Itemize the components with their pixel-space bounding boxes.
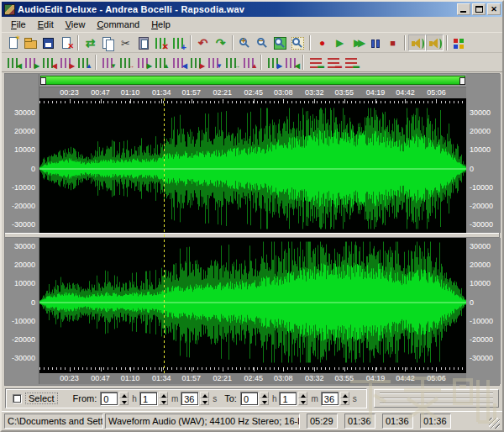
tick: [329, 101, 330, 103]
batch-settings-button[interactable]: [450, 34, 468, 51]
cue-list-button[interactable]: ▬: [324, 54, 342, 71]
tick: [296, 101, 297, 103]
spin-up-icon[interactable]: [298, 392, 307, 398]
menu-view[interactable]: View: [60, 18, 92, 31]
insert-silence-button[interactable]: ▶: [265, 54, 282, 71]
trim-silence-button[interactable]: ◀: [282, 54, 300, 71]
tick: [65, 101, 66, 103]
spin-up-icon[interactable]: [260, 392, 269, 398]
to-minutes-stepper[interactable]: 1: [279, 392, 307, 406]
normalize-button[interactable]: ▲: [75, 54, 92, 71]
stop-button[interactable]: ■: [384, 34, 402, 51]
to-seconds-stepper[interactable]: 36: [321, 392, 349, 406]
reverse-button[interactable]: ↔: [117, 54, 134, 71]
fade-out-button[interactable]: ▶: [57, 54, 75, 71]
pause-button[interactable]: [366, 34, 384, 51]
redo-button[interactable]: ↷: [212, 34, 229, 51]
zoom-all-button[interactable]: [289, 34, 307, 51]
from-seconds-value[interactable]: 36: [181, 392, 199, 406]
spin-up-icon[interactable]: [119, 392, 129, 398]
save-file-button[interactable]: [39, 34, 57, 51]
stretch-button[interactable]: ↔: [223, 54, 240, 71]
tick: [449, 367, 450, 370]
tick: [167, 101, 168, 103]
from-minutes-value[interactable]: 1: [139, 392, 158, 406]
waveform-left-channel[interactable]: [39, 104, 466, 233]
cut-button[interactable]: ✂: [117, 34, 134, 51]
selection-handle-right[interactable]: [459, 77, 465, 85]
spin-down-icon[interactable]: [340, 398, 349, 405]
selection-overview-track[interactable]: [39, 74, 466, 87]
selection-handle-left[interactable]: [40, 77, 46, 85]
undo-button[interactable]: ↶: [194, 34, 212, 51]
close-button[interactable]: ✕: [487, 3, 501, 15]
echo-button[interactable]: ▶: [134, 54, 152, 71]
selection-overview-bar[interactable]: [40, 76, 465, 85]
trim-button[interactable]: +: [170, 34, 187, 51]
play-selection-button[interactable]: ▶▶: [349, 34, 366, 51]
flange-button[interactable]: ▶: [187, 54, 205, 71]
invert-button[interactable]: ▼: [99, 54, 117, 71]
compress-button[interactable]: ▶: [22, 54, 39, 71]
close-file-button[interactable]: ✕: [57, 34, 75, 51]
zoom-in-button[interactable]: +: [236, 34, 254, 51]
spin-up-icon[interactable]: [159, 392, 168, 398]
zoom-selection-button[interactable]: [271, 34, 289, 51]
to-seconds-value[interactable]: 36: [321, 392, 339, 406]
maximize-button[interactable]: [472, 3, 486, 15]
title-bar[interactable]: AudioEdit Deluxe - Andrea Bocelli - Raps…: [2, 2, 502, 17]
playback-cursor[interactable]: [164, 98, 165, 373]
spin-down-icon[interactable]: [119, 398, 129, 405]
cue-start-button[interactable]: ▬: [307, 54, 324, 71]
equalizer-button[interactable]: ▲: [152, 54, 170, 71]
from-minutes-stepper[interactable]: 1: [139, 392, 168, 406]
play-button[interactable]: ▶: [331, 34, 349, 51]
select-label[interactable]: Select: [25, 392, 58, 404]
tick: [368, 367, 369, 370]
select-checkbox[interactable]: [13, 394, 22, 403]
minimize-button[interactable]: [457, 3, 470, 15]
to-hours-value[interactable]: 0: [240, 392, 259, 406]
to-minutes-value[interactable]: 1: [279, 392, 297, 406]
to-hours-stepper[interactable]: 0: [240, 392, 269, 406]
pitch-shift-button[interactable]: ▲: [240, 54, 258, 71]
left-channel-button[interactable]: [408, 34, 426, 51]
menu-command[interactable]: Command: [91, 18, 145, 31]
paste-button[interactable]: [134, 34, 152, 51]
revert-button[interactable]: ⇄: [81, 34, 99, 51]
waveform-right-channel[interactable]: [39, 238, 466, 366]
spin-down-icon[interactable]: [260, 398, 269, 405]
spin-up-icon[interactable]: [200, 392, 209, 398]
major-tick: [344, 99, 345, 103]
amplify-button[interactable]: ◀: [4, 54, 22, 71]
resize-grip[interactable]: [489, 418, 500, 429]
menu-help[interactable]: Help: [145, 18, 176, 31]
from-label: From:: [73, 393, 97, 403]
filter-button[interactable]: ◀: [170, 54, 187, 71]
vibrato-button[interactable]: ▼: [205, 54, 223, 71]
amplitude-axis-right-ch2: 3000020000100000-10000-20000-30000: [466, 238, 501, 366]
open-file-button[interactable]: [22, 34, 39, 51]
spin-down-icon[interactable]: [298, 398, 307, 405]
fade-in-button[interactable]: ◀: [39, 54, 57, 71]
new-file-button[interactable]: ✶: [4, 34, 22, 51]
tick: [347, 367, 348, 370]
from-seconds-stepper[interactable]: 36: [181, 392, 209, 406]
copy-button[interactable]: [99, 34, 117, 51]
time-label: 02:45: [244, 374, 264, 382]
time-label: 02:21: [213, 88, 232, 97]
menu-edit[interactable]: Edit: [32, 18, 60, 31]
right-channel-button[interactable]: [426, 34, 444, 51]
spin-down-icon[interactable]: [200, 398, 209, 405]
from-hours-value[interactable]: 0: [100, 392, 118, 406]
zoom-out-button[interactable]: −: [254, 34, 271, 51]
menu-file[interactable]: File: [5, 18, 32, 31]
spin-up-icon[interactable]: [340, 392, 349, 398]
spin-down-icon[interactable]: [159, 398, 168, 405]
major-tick: [436, 99, 437, 103]
from-hours-stepper[interactable]: 0: [100, 392, 129, 406]
record-button[interactable]: ●: [313, 34, 331, 51]
tick: [210, 367, 211, 370]
delete-button[interactable]: ✕: [152, 34, 170, 51]
cue-end-button[interactable]: ▬: [342, 54, 360, 71]
